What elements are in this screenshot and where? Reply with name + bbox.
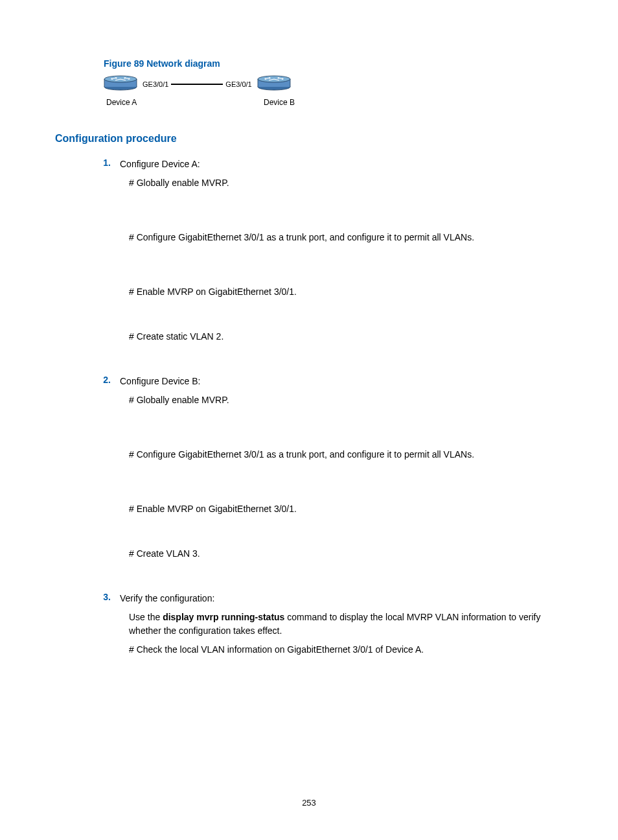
step-1-line-3: # Enable MVRP on GigabitEthernet 3/0/1.: [129, 285, 563, 299]
verify-bold: display mvrp running-status: [163, 612, 284, 622]
step-1-title: Configure Device A:: [120, 158, 563, 171]
left-interface-label: GE3/0/1: [143, 80, 168, 88]
step-3-verify: Use the display mvrp running-status comm…: [129, 611, 563, 638]
step-2-line-1: # Globally enable MVRP.: [129, 393, 563, 407]
step-1-number: 1.: [100, 158, 120, 171]
right-interface-label: GE3/0/1: [225, 80, 251, 88]
device-b-label: Device B: [264, 98, 295, 107]
device-a-label: Device A: [106, 98, 137, 107]
step-1-line-1: # Globally enable MVRP.: [129, 176, 563, 190]
step-2-number: 2.: [100, 375, 120, 388]
step-1-line-4: # Create static VLAN 2.: [129, 330, 563, 344]
step-3-title: Verify the configuration:: [120, 592, 563, 605]
section-heading: Configuration procedure: [55, 133, 563, 145]
network-diagram: GE3/0/1 GE3/0/1 Device A Device B: [104, 75, 563, 107]
step-3-number: 3.: [100, 592, 120, 605]
step-3-check: # Check the local VLAN information on Gi…: [129, 643, 563, 657]
step-2-line-2: # Configure GigabitEthernet 3/0/1 as a t…: [129, 448, 563, 461]
step-2: 2. Configure Device B:: [100, 375, 563, 388]
step-2-line-4: # Create VLAN 3.: [129, 547, 563, 561]
step-1-line-2: # Configure GigabitEthernet 3/0/1 as a t…: [129, 231, 563, 244]
router-icon-right: [257, 75, 291, 91]
step-1: 1. Configure Device A:: [100, 158, 563, 171]
page-number: 253: [0, 798, 618, 808]
step-3: 3. Verify the configuration:: [100, 592, 563, 605]
step-2-title: Configure Device B:: [120, 375, 563, 388]
connection-line: [171, 84, 223, 85]
verify-pre: Use the: [129, 612, 163, 622]
step-2-line-3: # Enable MVRP on GigabitEthernet 3/0/1.: [129, 502, 563, 516]
router-icon-left: [104, 75, 137, 91]
figure-title: Figure 89 Network diagram: [104, 58, 563, 69]
